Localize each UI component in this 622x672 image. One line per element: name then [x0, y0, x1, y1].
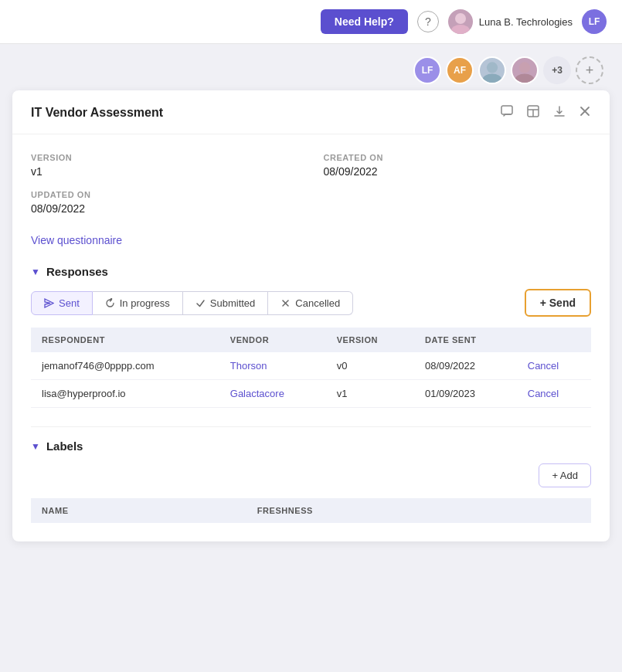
respondent-cell-1: jemanof746@0pppp.com	[31, 352, 219, 380]
tab-sent[interactable]: Sent	[31, 291, 93, 315]
user-avatar	[448, 9, 473, 34]
responses-table: RESPONDENT VENDOR VERSION DATE SENT jema…	[31, 328, 591, 408]
svg-point-2	[487, 62, 498, 73]
version-field: VERSION v1	[31, 153, 299, 178]
top-bar: Need Help? ? Luna B. Techrologies LF	[0, 0, 622, 44]
send-response-button[interactable]: + Send	[525, 289, 591, 317]
vendor-link-1[interactable]: Thorson	[230, 360, 267, 372]
user-name-label: Luna B. Techrologies	[479, 16, 573, 28]
action-cell-2: Cancel	[517, 380, 591, 408]
refresh-tab-icon	[105, 298, 115, 308]
updated-on-label: UPDATED ON	[31, 190, 299, 199]
avatar-af[interactable]: AF	[446, 56, 474, 84]
updated-on-field: UPDATED ON 08/09/2022	[31, 190, 299, 215]
version-cell-1: v0	[326, 352, 414, 380]
avatar-img2[interactable]	[511, 56, 539, 84]
panel-body: VERSION v1 CREATED ON 08/09/2022 UPDATED…	[12, 134, 610, 541]
svg-point-3	[483, 73, 502, 84]
vendor-cell-1: Thorson	[219, 352, 326, 380]
version-cell-2: v1	[326, 380, 414, 408]
col-version: VERSION	[326, 328, 414, 352]
svg-point-0	[455, 13, 466, 24]
x-tab-icon	[280, 298, 291, 308]
avatar-lf[interactable]: LF	[413, 56, 441, 84]
col-respondent: RESPONDENT	[31, 328, 219, 352]
updated-on-value: 08/09/2022	[31, 202, 299, 215]
table-row: lisa@hyperproof.io Galactacore v1 01/09/…	[31, 380, 591, 408]
cancel-button-2[interactable]: Cancel	[528, 388, 559, 399]
labels-action-row: + Add	[31, 463, 591, 487]
date-sent-cell-2: 01/09/2023	[414, 380, 517, 408]
check-tab-icon	[195, 298, 206, 308]
svg-point-5	[515, 73, 535, 84]
labels-section-header[interactable]: ▼ Labels	[31, 440, 591, 453]
meta-info: VERSION v1 CREATED ON 08/09/2022 UPDATED…	[31, 153, 591, 215]
help-icon[interactable]: ?	[417, 11, 439, 32]
panel-action-icons	[500, 104, 591, 121]
col-date-sent: DATE SENT	[414, 328, 517, 352]
response-tabs: Sent In progress Submitted Cancelled	[31, 291, 353, 315]
created-on-field: CREATED ON 08/09/2022	[324, 153, 592, 178]
date-sent-cell-1: 08/09/2022	[414, 352, 517, 380]
panel-header: IT Vendor Assessment	[12, 90, 610, 134]
col-freshness: FRESHNESS	[246, 498, 591, 523]
add-label-button[interactable]: + Add	[539, 463, 591, 487]
tab-cancelled[interactable]: Cancelled	[268, 291, 353, 315]
need-help-button[interactable]: Need Help?	[321, 9, 408, 34]
version-label: VERSION	[31, 153, 299, 162]
svg-point-4	[519, 62, 530, 73]
svg-point-1	[451, 25, 470, 34]
created-on-value: 08/09/2022	[324, 165, 592, 178]
col-action	[517, 328, 591, 352]
version-value: v1	[31, 165, 299, 178]
tab-submitted[interactable]: Submitted	[183, 291, 269, 315]
send-tab-icon	[44, 298, 54, 308]
responses-tab-bar: Sent In progress Submitted Cancelled + S…	[31, 289, 591, 317]
svg-rect-6	[501, 106, 512, 114]
cancel-button-1[interactable]: Cancel	[528, 360, 559, 372]
user-area: Luna B. Techrologies	[448, 9, 573, 34]
vendor-cell-2: Galactacore	[219, 380, 326, 408]
collaborators-row: LF AF +3 +	[0, 44, 622, 90]
labels-table: NAME FRESHNESS	[31, 498, 591, 523]
labels-chevron-icon: ▼	[31, 441, 40, 452]
close-icon[interactable]	[579, 105, 591, 120]
view-questionnaire-link[interactable]: View questionnaire	[31, 234, 122, 246]
add-collaborator-button[interactable]: +	[576, 56, 603, 84]
respondent-cell-2: lisa@hyperproof.io	[31, 380, 219, 408]
main-panel: IT Vendor Assessment VERSION v1	[12, 90, 610, 541]
responses-section-header[interactable]: ▼ Responses	[31, 265, 591, 278]
labels-section-title: Labels	[46, 440, 83, 453]
responses-section-title: Responses	[46, 265, 108, 278]
tab-in-progress[interactable]: In progress	[93, 291, 183, 315]
responses-chevron-icon: ▼	[31, 266, 40, 277]
table-row: jemanof746@0pppp.com Thorson v0 08/09/20…	[31, 352, 591, 380]
col-vendor: VENDOR	[219, 328, 326, 352]
created-on-label: CREATED ON	[324, 153, 592, 162]
vendor-link-2[interactable]: Galactacore	[230, 388, 284, 399]
labels-section: ▼ Labels + Add NAME FRESHNESS	[31, 426, 591, 523]
avatar-overflow[interactable]: +3	[543, 56, 571, 84]
panel-title: IT Vendor Assessment	[31, 106, 163, 120]
action-cell-1: Cancel	[517, 352, 591, 380]
comment-icon[interactable]	[500, 104, 514, 121]
col-name: NAME	[31, 498, 246, 523]
layout-icon[interactable]	[526, 104, 540, 121]
download-icon[interactable]	[552, 104, 566, 121]
user-initials-badge: LF	[582, 9, 607, 34]
avatar-img1[interactable]	[478, 56, 506, 84]
